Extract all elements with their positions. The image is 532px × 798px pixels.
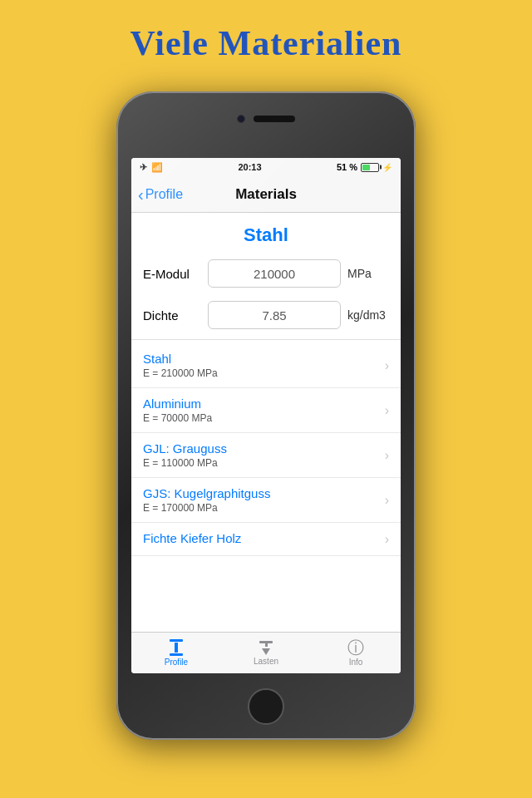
tab-lasten[interactable]: Lasten bbox=[221, 641, 311, 666]
camera-dot bbox=[237, 115, 245, 123]
material-list: Stahl E = 210000 MPa › Aluminium E = 700… bbox=[131, 343, 401, 556]
lasten-tab-icon bbox=[259, 641, 273, 655]
tab-bar: Profile Lasten ⓘ Info bbox=[131, 632, 401, 673]
dichte-label: Dichte bbox=[143, 308, 201, 323]
chevron-right-icon: › bbox=[385, 448, 389, 463]
back-label: Profile bbox=[145, 187, 183, 202]
divider bbox=[131, 339, 401, 340]
status-time: 20:13 bbox=[238, 162, 261, 172]
page-background-title: Viele Materialien bbox=[0, 0, 532, 63]
battery-icon bbox=[361, 163, 379, 172]
status-bar: ✈ 📶 20:13 51 % ⚡ bbox=[131, 158, 401, 176]
home-button[interactable] bbox=[248, 688, 284, 725]
material-item-name: GJS: Kugelgraphitguss bbox=[143, 486, 385, 500]
phone-camera-area bbox=[237, 115, 295, 123]
emodule-input[interactable]: 210000 bbox=[208, 259, 341, 288]
material-item-text: GJL: Grauguss E = 110000 MPa bbox=[143, 441, 385, 469]
list-item[interactable]: Aluminium E = 70000 MPa › bbox=[131, 388, 401, 433]
scroll-content[interactable]: Stahl E-Modul 210000 MPa Dichte 7.85 kg/… bbox=[131, 213, 401, 632]
list-item[interactable]: Fichte Kiefer Holz › bbox=[131, 523, 401, 556]
dichte-unit: kg/dm3 bbox=[347, 308, 389, 322]
emodule-unit: MPa bbox=[347, 267, 389, 280]
status-right: 51 % ⚡ bbox=[337, 162, 392, 172]
list-item[interactable]: Stahl E = 210000 MPa › bbox=[131, 343, 401, 388]
chevron-left-icon: ‹ bbox=[138, 186, 144, 203]
info-tab-icon: ⓘ bbox=[347, 639, 364, 656]
material-item-text: Aluminium E = 70000 MPa bbox=[143, 397, 385, 424]
airplane-icon: ✈ bbox=[140, 162, 147, 173]
property-row-dichte: Dichte 7.85 kg/dm3 bbox=[131, 294, 401, 336]
material-item-name: Aluminium bbox=[143, 397, 385, 411]
property-row-emodule: E-Modul 210000 MPa bbox=[131, 253, 401, 294]
material-item-text: Stahl E = 210000 MPa bbox=[143, 352, 385, 379]
speaker-grille bbox=[254, 116, 295, 122]
charging-icon: ⚡ bbox=[382, 163, 392, 172]
phone-shell: ✈ 📶 20:13 51 % ⚡ ‹ Profile Materials bbox=[116, 91, 416, 740]
wifi-icon: 📶 bbox=[151, 162, 163, 173]
material-header: Stahl bbox=[131, 213, 401, 253]
chevron-right-icon: › bbox=[385, 493, 389, 508]
material-item-desc: E = 110000 MPa bbox=[143, 457, 385, 469]
nav-title: Materials bbox=[235, 186, 297, 203]
material-item-name: Fichte Kiefer Holz bbox=[143, 531, 385, 545]
phone-screen: ✈ 📶 20:13 51 % ⚡ ‹ Profile Materials bbox=[131, 158, 401, 673]
list-item[interactable]: GJL: Grauguss E = 110000 MPa › bbox=[131, 433, 401, 478]
material-name: Stahl bbox=[131, 224, 401, 246]
back-button[interactable]: ‹ Profile bbox=[138, 186, 183, 203]
material-item-desc: E = 170000 MPa bbox=[143, 502, 385, 514]
material-item-desc: E = 210000 MPa bbox=[143, 367, 385, 379]
status-left: ✈ 📶 bbox=[140, 162, 163, 173]
material-item-text: Fichte Kiefer Holz bbox=[143, 531, 385, 547]
emodule-label: E-Modul bbox=[143, 267, 201, 281]
tab-info[interactable]: ⓘ Info bbox=[311, 639, 401, 667]
chevron-right-icon: › bbox=[385, 358, 389, 373]
material-item-name: Stahl bbox=[143, 352, 385, 366]
profile-tab-icon bbox=[170, 639, 183, 656]
tab-profile-label: Profile bbox=[165, 658, 188, 667]
tab-lasten-label: Lasten bbox=[254, 657, 278, 666]
material-item-desc: E = 70000 MPa bbox=[143, 412, 385, 424]
dichte-input[interactable]: 7.85 bbox=[208, 301, 341, 329]
nav-bar: ‹ Profile Materials bbox=[131, 176, 401, 213]
battery-percent: 51 % bbox=[337, 162, 357, 172]
material-item-text: GJS: Kugelgraphitguss E = 170000 MPa bbox=[143, 486, 385, 514]
list-item[interactable]: GJS: Kugelgraphitguss E = 170000 MPa › bbox=[131, 478, 401, 523]
material-item-name: GJL: Grauguss bbox=[143, 441, 385, 456]
chevron-right-icon: › bbox=[385, 403, 389, 418]
chevron-right-icon: › bbox=[385, 532, 389, 547]
tab-profile[interactable]: Profile bbox=[131, 639, 221, 667]
tab-info-label: Info bbox=[349, 658, 363, 667]
